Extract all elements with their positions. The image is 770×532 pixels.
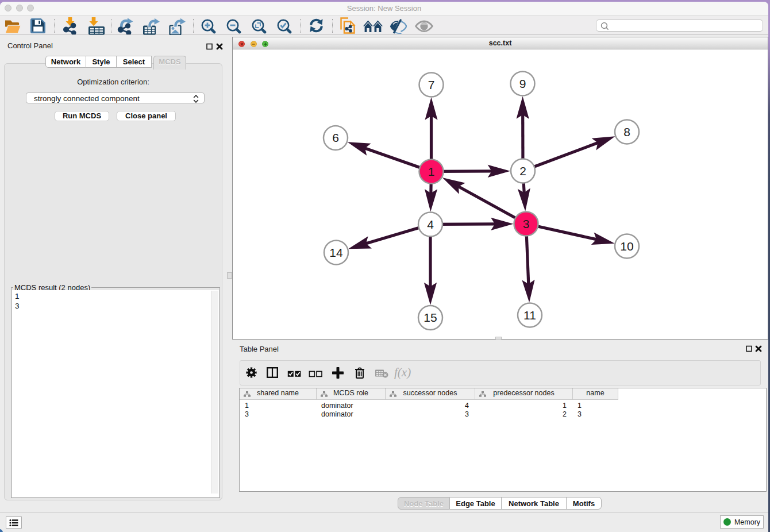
svg-text:4: 4 <box>427 218 434 231</box>
svg-text:1: 1 <box>428 165 435 178</box>
svg-text:11: 11 <box>523 309 536 322</box>
svg-text:10: 10 <box>620 240 633 253</box>
svg-text:3: 3 <box>523 217 530 230</box>
svg-text:6: 6 <box>332 131 339 144</box>
svg-text:9: 9 <box>519 77 526 90</box>
svg-text:7: 7 <box>428 78 435 91</box>
svg-text:15: 15 <box>424 311 437 324</box>
svg-text:8: 8 <box>623 125 630 138</box>
svg-text:2: 2 <box>519 164 526 178</box>
svg-text:14: 14 <box>329 246 343 259</box>
